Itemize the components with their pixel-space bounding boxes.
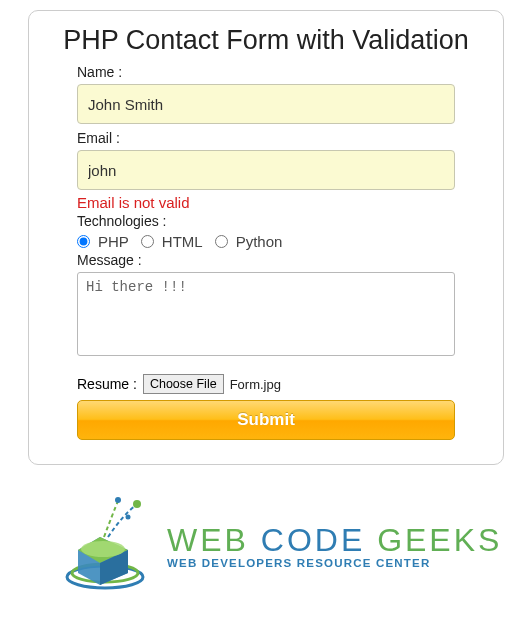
message-textarea[interactable] [77,272,455,356]
logo-title: WEB CODE GEEKS [167,522,502,559]
choose-file-button[interactable]: Choose File [143,374,224,394]
form-body: Name : Email : Email is not valid Techno… [41,64,491,440]
resume-filename: Form.jpg [230,377,281,392]
name-label: Name : [77,64,455,80]
resume-row: Resume : Choose File Form.jpg [77,374,455,394]
name-input[interactable] [77,84,455,124]
form-card: PHP Contact Form with Validation Name : … [28,10,504,465]
message-label: Message : [77,252,455,268]
submit-button[interactable]: Submit [77,400,455,440]
logo-word-geeks: GEEKS [377,522,502,558]
svg-point-5 [126,515,131,520]
logo-text: WEB CODE GEEKS WEB DEVELOPERS RESOURCE C… [167,522,502,569]
email-label: Email : [77,130,455,146]
logo-word-web: WEB [167,522,261,558]
tech-radio-php[interactable] [77,235,90,248]
tech-option-php: PHP [98,233,129,250]
svg-point-4 [115,497,121,503]
tech-radio-html[interactable] [141,235,154,248]
email-input[interactable] [77,150,455,190]
site-logo: WEB CODE GEEKS WEB DEVELOPERS RESOURCE C… [28,495,504,595]
logo-word-code: CODE [261,522,377,558]
tech-option-html: HTML [162,233,203,250]
tech-radio-python[interactable] [215,235,228,248]
tech-radio-group: PHP HTML Python [77,233,455,250]
tech-label: Technologies : [77,213,455,229]
svg-point-2 [81,541,125,557]
resume-label: Resume : [77,376,137,392]
tech-option-python: Python [236,233,283,250]
email-error: Email is not valid [77,194,455,211]
svg-point-3 [133,500,141,508]
page-title: PHP Contact Form with Validation [41,25,491,56]
logo-icon [58,495,153,595]
